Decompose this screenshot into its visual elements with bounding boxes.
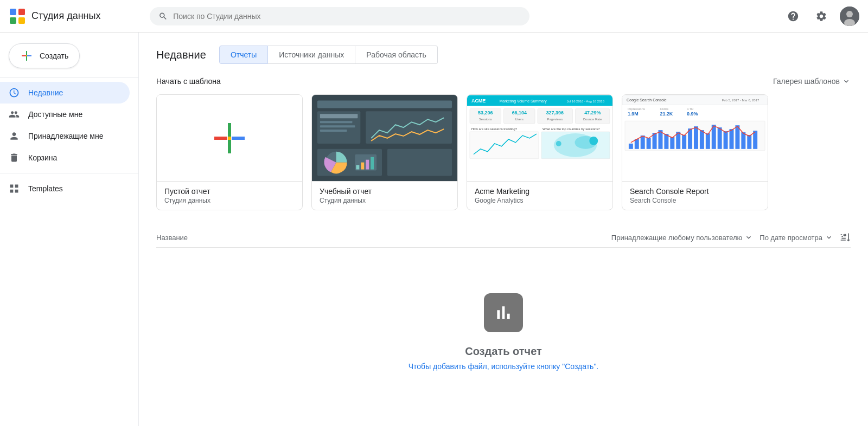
- svg-text:66,104: 66,104: [512, 110, 527, 115]
- svg-rect-73: [664, 134, 668, 149]
- person-icon: [9, 109, 20, 120]
- svg-rect-24: [387, 149, 452, 176]
- grid-icon: [9, 183, 20, 194]
- svg-rect-70: [647, 138, 651, 149]
- template-card-searchconsole[interactable]: Google Search Console Feb 5, 2017 - Mar …: [622, 94, 768, 210]
- empty-icon-container: [484, 293, 523, 332]
- template-thumb-blank: [157, 95, 302, 182]
- sidebar-item-shared[interactable]: Доступные мне: [0, 104, 130, 125]
- svg-rect-9: [27, 55, 31, 56]
- empty-state: Создать отчет Чтобы добавить файл, испол…: [156, 261, 851, 403]
- template-thumb-search: Google Search Console Feb 5, 2017 - Mar …: [622, 95, 768, 182]
- svg-point-54: [589, 137, 598, 145]
- create-button[interactable]: Создать: [9, 43, 80, 68]
- sidebar-item-recent-label: Недавние: [28, 88, 63, 97]
- sidebar-item-shared-label: Доступные мне: [28, 110, 82, 119]
- create-plus-icon: [20, 49, 33, 62]
- settings-button[interactable]: [812, 7, 831, 26]
- avatar[interactable]: [840, 7, 859, 26]
- recent-title: Недавние: [156, 49, 206, 61]
- svg-text:1.9M: 1.9M: [628, 111, 639, 117]
- svg-text:21.2K: 21.2K: [660, 111, 673, 117]
- svg-rect-84: [730, 129, 734, 149]
- svg-text:Bounce Rate: Bounce Rate: [583, 118, 602, 121]
- svg-text:Users: Users: [515, 118, 524, 121]
- svg-rect-3: [18, 17, 25, 24]
- sidebar-item-owned-label: Принадлежащие мне: [28, 132, 103, 140]
- owner-filter-chevron-icon: [744, 233, 753, 242]
- templates-section-title: Начать с шаблона: [156, 77, 221, 86]
- svg-text:Marketing Volume Summary: Marketing Volume Summary: [500, 99, 547, 104]
- blank-plus-icon: [210, 119, 249, 158]
- svg-rect-80: [706, 133, 710, 149]
- svg-text:ACME: ACME: [471, 98, 486, 104]
- svg-point-55: [556, 140, 561, 146]
- topbar-actions: [783, 7, 859, 26]
- sort-direction-icon[interactable]: [840, 232, 851, 243]
- sidebar-divider: [0, 77, 138, 78]
- logo-icon: [9, 8, 26, 25]
- svg-rect-87: [747, 135, 751, 149]
- svg-text:53,206: 53,206: [478, 110, 493, 115]
- chevron-down-icon: [842, 77, 851, 86]
- person-outline-icon: [9, 131, 20, 141]
- sidebar-item-recent[interactable]: Недавние: [0, 82, 130, 104]
- template-source-blank: Студия данных: [164, 197, 295, 204]
- table-header: Название Принадлежащие любому пользовате…: [156, 228, 851, 248]
- svg-rect-76: [682, 135, 686, 149]
- template-card-acme[interactable]: ACME Marketing Volume Summary Jul 16 201…: [467, 94, 613, 210]
- owner-filter-label: Принадлежащие любому пользователю: [611, 234, 742, 242]
- svg-rect-18: [320, 114, 358, 118]
- svg-text:How are site sessions trending: How are site sessions trending?: [471, 127, 518, 131]
- svg-rect-1: [18, 9, 25, 15]
- app-title: Студия данных: [31, 10, 101, 22]
- svg-rect-88: [753, 131, 757, 149]
- tab-workspace[interactable]: Рабочая область: [355, 46, 438, 64]
- svg-rect-50: [470, 132, 539, 159]
- svg-text:Feb 5, 2017 - Mar 6, 2017: Feb 5, 2017 - Mar 6, 2017: [722, 99, 760, 102]
- help-button[interactable]: [783, 7, 803, 26]
- svg-rect-27: [356, 165, 359, 169]
- template-source-searchconsole: Search Console: [630, 197, 760, 204]
- tutorial-preview: [312, 95, 457, 182]
- sidebar-item-templates[interactable]: Templates: [0, 178, 130, 199]
- svg-rect-67: [629, 143, 633, 149]
- templates-grid: Пустой отчет Студия данных: [156, 94, 851, 210]
- svg-text:Google Search Console: Google Search Console: [627, 98, 667, 102]
- svg-text:Sessions: Sessions: [479, 118, 492, 121]
- svg-rect-2: [10, 17, 16, 24]
- create-label: Создать: [40, 51, 68, 60]
- gallery-button[interactable]: Галерея шаблонов: [773, 77, 851, 86]
- svg-rect-13: [232, 137, 245, 140]
- bar-chart-icon: [493, 302, 514, 324]
- sort-filter-dropdown[interactable]: По дате просмотра: [760, 233, 833, 242]
- sidebar-item-trash[interactable]: Корзина: [0, 147, 130, 169]
- tab-datasources[interactable]: Источники данных: [268, 46, 355, 64]
- gear-icon: [815, 10, 827, 22]
- svg-text:CTR: CTR: [687, 107, 694, 111]
- svg-rect-85: [735, 125, 739, 149]
- svg-rect-8: [22, 55, 26, 56]
- search-input[interactable]: [173, 12, 521, 21]
- svg-rect-28: [361, 162, 364, 169]
- template-info-acme: Acme Marketing Google Analytics: [467, 182, 612, 210]
- svg-rect-79: [700, 130, 704, 149]
- template-card-tutorial[interactable]: Учебный отчет Студия данных: [311, 94, 458, 210]
- template-info-tutorial: Учебный отчет Студия данных: [312, 182, 457, 210]
- template-source-acme: Google Analytics: [475, 197, 605, 204]
- template-name-searchconsole: Search Console Report: [630, 187, 760, 196]
- svg-rect-30: [371, 157, 374, 169]
- sidebar-divider-2: [0, 173, 138, 173]
- svg-rect-82: [718, 127, 722, 149]
- template-thumb-tutorial: [312, 95, 457, 182]
- sidebar-item-owned[interactable]: Принадлежащие мне: [0, 125, 130, 147]
- template-name-blank: Пустой отчет: [164, 187, 295, 196]
- owner-filter-dropdown[interactable]: Принадлежащие любому пользователю: [611, 233, 753, 242]
- template-card-blank[interactable]: Пустой отчет Студия данных: [156, 94, 303, 210]
- svg-rect-0: [10, 9, 16, 15]
- svg-rect-10: [26, 55, 27, 56]
- svg-point-5: [846, 11, 853, 17]
- tab-reports[interactable]: Отчеты: [219, 46, 268, 64]
- svg-rect-69: [641, 135, 645, 149]
- svg-rect-86: [741, 132, 745, 149]
